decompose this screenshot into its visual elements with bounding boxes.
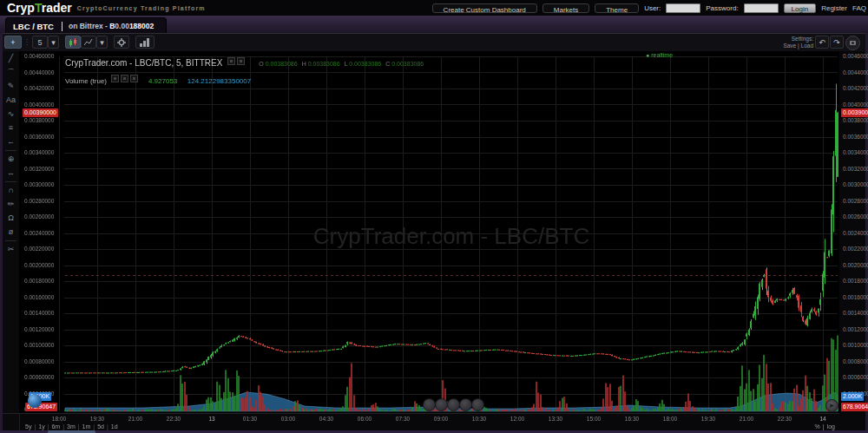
price-tick-label: 0.00300000 xyxy=(843,181,868,187)
text-tool[interactable]: Aa xyxy=(3,94,19,107)
create-dashboard-button[interactable]: Create Custom Dashboard xyxy=(432,3,537,13)
legend-style-icon[interactable] xyxy=(227,57,235,65)
range-button-1y[interactable]: 1y xyxy=(36,423,47,430)
scale-button-log[interactable]: log xyxy=(825,423,838,430)
price-tick-label: 0.00120000 xyxy=(843,326,868,332)
price-tick-label: 0.00380000 xyxy=(24,117,54,123)
price-chart-canvas[interactable] xyxy=(19,51,839,413)
price-tick-label: 0.00220000 xyxy=(843,246,868,252)
candlestick-style-button[interactable] xyxy=(65,36,81,49)
play-button[interactable]: ▶ xyxy=(825,399,838,412)
logo-cryp: Cryp xyxy=(7,1,35,15)
measure-tool[interactable]: ↔ xyxy=(3,167,19,180)
arrow-tool[interactable]: ← xyxy=(3,135,19,148)
pattern-tool[interactable]: ∿ xyxy=(3,108,19,121)
price-tick-label: 0.00240000 xyxy=(24,230,54,236)
volume-close-icon[interactable] xyxy=(130,75,138,82)
volume-hide-icon[interactable] xyxy=(121,75,128,82)
legend-close-icon[interactable] xyxy=(237,57,245,65)
line-chart-icon xyxy=(84,38,93,47)
price-tick-label: 0.00420000 xyxy=(24,85,54,91)
fib-retracement-tool[interactable]: ≡ xyxy=(3,121,19,134)
price-tick-label: 0.00460000 xyxy=(843,53,868,59)
social-button-2[interactable] xyxy=(435,398,448,411)
chart-widget: + ⋮ 5 ▾ ▾ Settings:Save | Load ↶ ↷ ╱⌒✎Aa… xyxy=(3,33,865,430)
tab-divider xyxy=(62,22,62,31)
price-tick-label: 0.00100000 xyxy=(24,342,54,348)
market-tab-lbc-btc[interactable]: LBC / BTC on Bittrex - B0.00188002 xyxy=(5,17,167,34)
app-logo[interactable]: CrypTrader xyxy=(7,1,72,15)
chart-settings-button[interactable] xyxy=(114,36,129,49)
social-button-1[interactable] xyxy=(423,398,436,411)
chart-style-dropdown-icon[interactable]: ▾ xyxy=(96,36,108,49)
legend-ohlc: O 0.00383086H 0.00383086L 0.00383086C 0.… xyxy=(254,61,424,67)
range-button-1d[interactable]: 1d xyxy=(108,423,121,430)
settings-save-load[interactable]: Settings:Save | Load xyxy=(783,36,813,49)
compare-indicator-button[interactable] xyxy=(135,36,155,49)
logo-rader: rader xyxy=(42,1,72,15)
tab-pair-label: LBC / BTC xyxy=(13,22,54,31)
volume-settings-icon[interactable] xyxy=(111,75,119,82)
price-tick-label: 0.00420000 xyxy=(843,85,868,91)
time-tick-label: 06:00 xyxy=(351,416,378,422)
trendline-tool[interactable]: ╱ xyxy=(3,52,19,65)
brush-tool[interactable]: ✎ xyxy=(3,80,19,93)
price-tick-label: 0.00360000 xyxy=(843,134,868,140)
password-input[interactable] xyxy=(744,3,779,13)
price-tick-label: 0.00440000 xyxy=(843,69,868,75)
social-button-4[interactable] xyxy=(459,398,472,411)
gann-tool[interactable]: ⌒ xyxy=(3,66,19,79)
user-input[interactable] xyxy=(666,3,700,13)
price-tick-label: 0.00160000 xyxy=(24,294,54,300)
price-tick-label: 0.00440000 xyxy=(24,69,54,75)
price-tick-label: 0.00260000 xyxy=(843,213,868,220)
theme-button[interactable]: Theme xyxy=(595,3,639,13)
scale-button-%[interactable]: % xyxy=(812,423,823,430)
price-tick-label: 0.00060000 xyxy=(843,374,868,380)
price-tick-label: 0.00320000 xyxy=(843,166,868,172)
markets-button[interactable]: Markets xyxy=(542,3,589,13)
faq-link[interactable]: FAQ xyxy=(852,4,866,12)
time-tick-label: 04:30 xyxy=(312,416,340,422)
time-tick-label: 07:30 xyxy=(389,416,417,422)
zoom-tool[interactable]: ⊕ xyxy=(3,153,19,166)
price-axis-left[interactable]: 0.004600000.004400000.004200000.00400000… xyxy=(23,34,62,431)
price-tick-label: 0.00160000 xyxy=(843,294,868,300)
remove-drawings-tool[interactable]: ✂ xyxy=(3,243,19,256)
volume-value-badge-right: 678.90647 xyxy=(841,403,868,411)
range-button-1m[interactable]: 1m xyxy=(80,423,94,430)
social-button-3[interactable] xyxy=(447,398,460,411)
range-button-6m[interactable]: 6m xyxy=(49,423,62,430)
time-tick-label: 21:00 xyxy=(122,416,149,422)
page: CrypTrader CryptoCurrency Trading Platfo… xyxy=(0,0,868,433)
magnet-tool[interactable]: ∩ xyxy=(3,184,19,197)
undo-button[interactable]: ↶ xyxy=(815,36,829,49)
price-tick-label: 0.00280000 xyxy=(24,198,54,204)
range-button-5y[interactable]: 5y xyxy=(23,423,34,430)
price-tick-label: 0.00400000 xyxy=(24,102,54,108)
tab-exchange-label: on Bittrex - B0.00188002 xyxy=(69,22,154,30)
range-button-3m[interactable]: 3m xyxy=(64,423,78,430)
register-link[interactable]: Register xyxy=(821,4,847,12)
range-button-5d[interactable]: 5d xyxy=(95,423,107,430)
toolbar-divider xyxy=(5,150,16,151)
price-tick-label: 0.00340000 xyxy=(24,149,54,155)
volume-overlay-value: 124.2122983350007 xyxy=(187,77,251,85)
last-price-badge-left: 0.00390000 xyxy=(23,108,58,117)
login-button[interactable]: Login xyxy=(784,3,817,13)
lock-tool[interactable]: Ω xyxy=(3,212,19,225)
range-selector: 5y|1y|6m|3m|1m|5d|1d xyxy=(23,423,121,430)
scale-toggles: %|log xyxy=(812,423,838,430)
social-button-5[interactable] xyxy=(471,398,484,411)
realtime-indicator: ● realtime xyxy=(646,52,673,58)
toolbar-divider xyxy=(5,181,16,182)
time-tick-label: 18:00 xyxy=(45,416,73,422)
line-style-button[interactable] xyxy=(81,36,96,49)
hide-drawings-tool[interactable]: ø xyxy=(3,226,19,239)
time-tick-label: 19:30 xyxy=(694,416,722,422)
crosshair-cursor-button[interactable]: + xyxy=(4,36,22,49)
price-tick-label: 0.00460000 xyxy=(24,53,54,59)
draw-mode-tool[interactable]: ✏ xyxy=(3,198,19,211)
price-axis-right[interactable]: 0.004600000.004400000.004200000.00400000… xyxy=(841,34,865,431)
price-tick-label: 0.00200000 xyxy=(843,262,868,268)
